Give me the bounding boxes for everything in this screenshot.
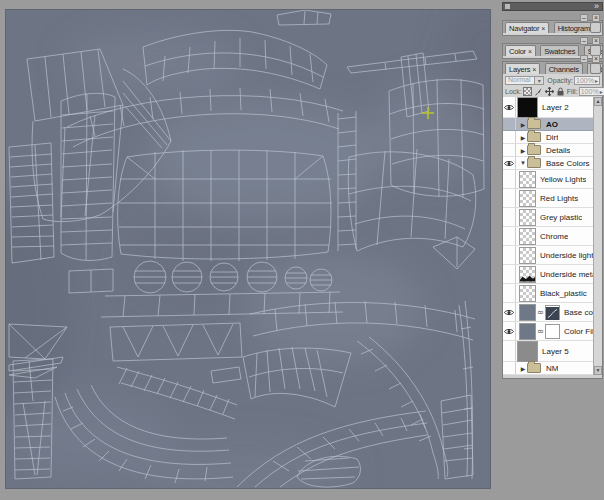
scroll-up-icon[interactable]: ▲ [594,97,602,106]
tab-channels[interactable]: Channels [545,63,583,74]
panel-minimize-button[interactable]: – [580,14,588,22]
visibility-eye-empty[interactable] [503,284,516,302]
layer-name: Base Colors [546,159,590,168]
layer-row[interactable]: ▶NM [503,362,602,375]
visibility-eye-icon[interactable] [503,97,516,117]
dropdown-arrow-icon[interactable]: ▾ [534,77,543,84]
dock-grip-icon [505,4,510,9]
group-expand-arrow-icon[interactable]: ▶ [519,147,527,154]
panel-window-buttons: – × [578,55,600,61]
layer-mask-link-icon[interactable]: 8 [537,328,544,334]
layer-thumbnail[interactable] [519,304,536,321]
visibility-eye-empty[interactable] [503,265,516,283]
panel-close-button[interactable]: × [592,55,600,63]
layer-row[interactable]: Black_plastic [503,284,602,303]
layer-thumbnail[interactable] [519,285,536,302]
tab-color[interactable]: Color× [505,45,536,56]
layer-row[interactable]: Chrome [503,227,602,246]
tab-navigator[interactable]: Navigator× [505,22,549,33]
layer-thumbnail[interactable] [519,266,536,283]
layer-mask-thumbnail[interactable] [545,305,560,320]
group-expand-arrow-icon[interactable]: ▶ [519,134,527,141]
panel-menu-button[interactable]: ▸ [590,22,601,33]
layer-mask-thumbnail[interactable] [545,324,560,339]
visibility-eye-empty[interactable] [503,208,516,226]
visibility-eye-icon[interactable] [503,322,516,340]
layer-thumbnail[interactable] [519,247,536,264]
layer-thumbnail[interactable] [519,323,536,340]
lock-position-move-icon[interactable] [545,87,554,96]
layers-panel-footer [502,375,603,379]
panel-close-button[interactable]: × [592,14,600,22]
layer-thumbnail[interactable] [519,190,536,207]
panel-minimize-button[interactable]: – [580,55,588,63]
flyout-triangle-icon: ▸ [594,31,598,33]
fill-field[interactable]: 100% ▸ [579,87,604,96]
opacity-spinner-icon[interactable]: ▸ [595,77,598,84]
fill-spinner-icon[interactable]: ▸ [600,88,603,95]
visibility-eye-empty[interactable] [503,341,516,361]
visibility-eye-empty[interactable] [503,227,516,245]
tab-swatches[interactable]: Swatches [540,45,579,56]
uv-wireframe-svg [5,9,491,489]
layer-row[interactable]: Layer 5 [503,341,602,362]
layer-row[interactable]: Grey plastic [503,208,602,227]
tab-layers[interactable]: Layers× [505,63,540,74]
fill-value: 100% [581,88,599,95]
tab-label: Layers [509,65,530,74]
layer-row[interactable]: ▶Details [503,144,602,157]
layer-row[interactable]: Underside metal [503,265,602,284]
scroll-down-icon[interactable]: ▼ [594,366,602,375]
layer-row[interactable]: 8Color Fill 1 [503,322,602,341]
tab-close-icon[interactable]: × [532,66,536,73]
visibility-eye-empty[interactable] [503,362,516,374]
canvas-area[interactable] [5,9,491,489]
visibility-eye-empty[interactable] [503,118,516,130]
layer-row[interactable]: Layer 2 [503,97,602,118]
layer-row[interactable]: Red Lights [503,189,602,208]
visibility-eye-icon[interactable] [503,303,516,321]
photoshop-workspace: { "chrome": { "minimize": "–", "close": … [0,0,604,500]
tab-close-icon[interactable]: × [541,25,545,32]
layer-name: Black_plastic [540,289,587,298]
group-expand-arrow-icon[interactable]: ▶ [519,121,527,128]
layer-thumbnail[interactable] [519,171,536,188]
lock-paint-brush-icon[interactable] [534,87,543,96]
layer-thumbnail[interactable] [517,341,538,362]
layer-mask-link-icon[interactable]: 8 [537,309,544,315]
layer-row[interactable]: ▶AO [503,118,602,131]
layer-row[interactable]: ▶Dirt [503,131,602,144]
panel-close-button[interactable]: × [592,37,600,45]
opacity-field[interactable]: 100% ▸ [574,76,600,85]
collapse-dock-chevron-icon[interactable]: » [594,2,599,11]
group-folder-icon [527,145,541,155]
tab-histogram[interactable]: Histogram [554,22,594,33]
visibility-eye-empty[interactable] [503,170,516,188]
layer-thumbnail[interactable] [519,209,536,226]
lock-all-padlock-icon[interactable] [556,87,565,96]
layer-row[interactable]: 8Base color [503,303,602,322]
group-expand-arrow-icon[interactable]: ▼ [519,160,527,166]
opacity-label: Opacity: [547,77,573,84]
visibility-eye-empty[interactable] [503,246,516,264]
layers-scrollbar[interactable]: ▲ ▼ [593,97,602,375]
layer-name: Dirt [546,133,558,142]
blend-mode-select[interactable]: Normal ▾ [505,76,544,85]
layer-name: Chrome [540,232,568,241]
lock-transparency-icon[interactable] [523,87,532,96]
visibility-eye-icon[interactable] [503,157,516,169]
layer-thumbnail[interactable] [519,228,536,245]
visibility-eye-empty[interactable] [503,189,516,207]
panel-minimize-button[interactable]: – [580,37,588,45]
tab-close-icon[interactable]: × [528,48,532,55]
group-expand-arrow-icon[interactable]: ▶ [519,365,527,372]
layer-name: Layer 2 [542,103,569,112]
layer-row[interactable]: Yellow Lights [503,170,602,189]
layer-row[interactable]: Underside lightmetal [503,246,602,265]
layer-thumbnail[interactable] [517,97,538,118]
layer-row[interactable]: ▼Base Colors [503,157,602,170]
visibility-eye-empty[interactable] [503,131,516,143]
visibility-eye-empty[interactable] [503,144,516,156]
panel-menu-button[interactable]: ▸ [590,63,601,74]
dock-drag-bar[interactable]: » [502,2,603,11]
